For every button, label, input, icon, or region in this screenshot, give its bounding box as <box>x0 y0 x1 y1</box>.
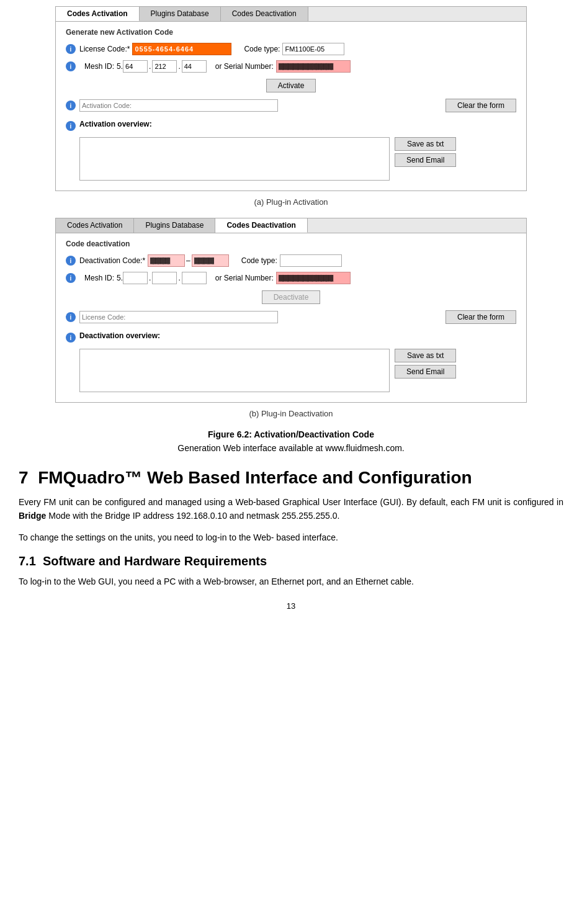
deactivate-btn-row: Deactivate <box>66 290 516 304</box>
deact-serial-input[interactable] <box>276 272 351 284</box>
deact-code-input1[interactable] <box>148 254 185 267</box>
tab-bar-activation: Codes Activation Plugins Database Codes … <box>56 7 526 22</box>
deactivate-button[interactable]: Deactivate <box>262 290 321 304</box>
figure-a: Codes Activation Plugins Database Codes … <box>19 6 563 207</box>
deact-code-type-input[interactable] <box>280 254 342 267</box>
deact-overview-textarea[interactable] <box>79 349 390 392</box>
deact-mesh-row: i Mesh ID: 5. . . or Serial Number: <box>66 272 516 284</box>
deactivation-overview-area: Save as txt Send Email <box>66 349 516 392</box>
deact-mesh-a[interactable] <box>123 272 148 284</box>
deact-code-type-label: Code type: <box>241 256 277 265</box>
tab-plugins-database-b[interactable]: Plugins Database <box>134 218 215 233</box>
code-type-input[interactable] <box>282 43 344 55</box>
section71-body: To log-in to the Web GUI, you need a PC … <box>19 575 563 588</box>
deact-mesh-num: 5. <box>117 274 123 282</box>
info-icon-actcode: i <box>66 101 76 110</box>
deact-code-row: i Deactivation Code:* – Code type: <box>66 254 516 267</box>
deact-code-input2[interactable] <box>192 254 229 267</box>
deact-dot2: . <box>178 274 180 282</box>
caption-b: (b) Plug-in Deactivation <box>249 409 333 418</box>
section7-body2: To change the settings on the units, you… <box>19 531 563 544</box>
mesh-num: 5. <box>117 62 123 71</box>
clear-form-button-a[interactable]: Clear the form <box>445 99 516 112</box>
tab-codes-deactivation-b[interactable]: Codes Deactivation <box>215 218 307 233</box>
license-code-input[interactable] <box>132 43 231 55</box>
mesh-c-input[interactable] <box>182 60 207 73</box>
license-code-row: i License Code:* Code type: <box>66 43 516 55</box>
tab-plugins-database-a[interactable]: Plugins Database <box>140 7 221 21</box>
panel-activation: Codes Activation Plugins Database Codes … <box>55 6 527 191</box>
mesh-a-input[interactable] <box>123 60 148 73</box>
figure-caption: Figure 6.2: Activation/Deactivation Code <box>19 429 563 439</box>
tab-bar-deactivation: Codes Activation Plugins Database Codes … <box>56 218 526 233</box>
deact-overview-label: Deactivation overview: <box>79 331 160 340</box>
info-icon-deact-code: i <box>66 256 76 266</box>
code-type-label: Code type: <box>244 45 280 53</box>
deact-license-input[interactable] <box>79 311 278 323</box>
overview-buttons: Save as txt Send Email <box>395 137 456 181</box>
activation-code-row: i Clear the form <box>66 99 516 112</box>
section7: 7 FMQuadro™ Web Based Interface and Conf… <box>19 468 563 544</box>
deactivation-section-title: Code deactivation <box>66 240 516 248</box>
serial-input[interactable] <box>276 60 351 73</box>
section7-title: FMQuadro™ Web Based Interface and Config… <box>38 468 472 487</box>
send-email-button-b[interactable]: Send Email <box>395 365 456 379</box>
save-as-txt-button-a[interactable]: Save as txt <box>395 137 456 151</box>
clear-form-button-b[interactable]: Clear the form <box>445 310 516 324</box>
figure-b: Codes Activation Plugins Database Codes … <box>19 218 563 418</box>
activate-btn-row: Activate <box>66 79 516 92</box>
mesh-dot2: . <box>178 62 180 71</box>
mesh-b-input[interactable] <box>152 60 177 73</box>
mesh-id-row: i Mesh ID: 5. . . or Serial Number: <box>66 60 516 73</box>
deact-code-label: Deactivation Code:* <box>79 256 145 265</box>
mesh-label: Mesh ID: <box>84 62 114 71</box>
activation-section-title: Generate new Activation Code <box>66 28 516 37</box>
deact-mesh-label: Mesh ID: <box>84 274 114 282</box>
serial-label: or Serial Number: <box>215 62 274 71</box>
activation-overview-label: Activation overview: <box>79 120 152 128</box>
section71-title: Software and Hardware Requirements <box>43 554 267 568</box>
figure-subcaption: Generation Web interface available at ww… <box>19 443 563 453</box>
deactivation-section: Code deactivation i Deactivation Code:* … <box>56 233 526 402</box>
deact-license-row: i Clear the form <box>66 310 516 324</box>
activation-overview-textarea[interactable] <box>79 137 390 181</box>
panel-deactivation: Codes Activation Plugins Database Codes … <box>55 218 527 403</box>
mesh-dot1: . <box>149 62 151 71</box>
deact-serial-label: or Serial Number: <box>215 274 274 282</box>
activation-overview-area: Save as txt Send Email <box>66 137 516 181</box>
section7-body1: Every FM unit can be configured and mana… <box>19 495 563 523</box>
info-icon-deact-license: i <box>66 312 76 322</box>
tab-codes-deactivation-a[interactable]: Codes Deactivation <box>221 7 308 21</box>
deact-dot1: . <box>149 274 151 282</box>
section7-number: 7 <box>19 468 29 487</box>
license-label: License Code:* <box>79 45 130 53</box>
tab-codes-activation-b[interactable]: Codes Activation <box>56 218 134 233</box>
deact-mesh-b[interactable] <box>152 272 177 284</box>
info-icon-deact-mesh: i <box>66 273 76 283</box>
info-icon-mesh: i <box>66 61 76 71</box>
section71-heading: 7.1 Software and Hardware Requirements <box>19 554 563 568</box>
section71: 7.1 Software and Hardware Requirements T… <box>19 554 563 588</box>
send-email-button-a[interactable]: Send Email <box>395 153 456 167</box>
deact-overview-buttons: Save as txt Send Email <box>395 349 456 392</box>
activation-code-input[interactable] <box>79 99 278 112</box>
caption-a: (a) Plug-in Activation <box>254 197 328 207</box>
page-number: 13 <box>19 601 563 611</box>
activate-button[interactable]: Activate <box>266 79 316 92</box>
deact-overview-label-row: i Deactivation overview: <box>66 331 516 344</box>
activation-overview-label-row: i Activation overview: <box>66 120 516 132</box>
activation-section: Generate new Activation Code i License C… <box>56 22 526 191</box>
info-icon-overview: i <box>66 121 76 131</box>
info-icon-deact-overview: i <box>66 333 76 343</box>
save-as-txt-button-b[interactable]: Save as txt <box>395 349 456 362</box>
section7-heading: 7 FMQuadro™ Web Based Interface and Conf… <box>19 468 563 488</box>
tab-codes-activation-a[interactable]: Codes Activation <box>56 7 140 21</box>
section71-number: 7.1 <box>19 554 36 568</box>
deact-mesh-c[interactable] <box>182 272 207 284</box>
info-icon-license: i <box>66 44 76 54</box>
